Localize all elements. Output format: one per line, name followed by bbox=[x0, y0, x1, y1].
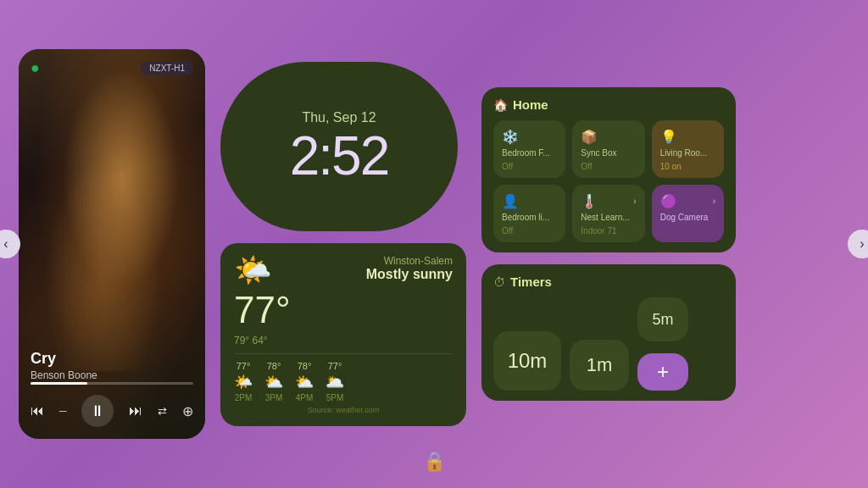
home-tile-4[interactable]: 🌡️ › Nest Learn... Indoor 71 bbox=[572, 185, 644, 242]
forecast-time-0: 2PM bbox=[235, 393, 253, 402]
forecast-item-1: 78° ⛅ 3PM bbox=[264, 361, 283, 402]
tile-chevron-4: › bbox=[633, 197, 636, 206]
center-column: Thu, Sep 12 2:52 🌤️ Winston-Salem Mostly… bbox=[220, 62, 466, 426]
weather-hi-lo: 79° 64° bbox=[234, 335, 453, 347]
tile-name-2: Living Roo... bbox=[660, 148, 715, 158]
forecast-icon-3: 🌥️ bbox=[326, 373, 344, 391]
weather-condition: Mostly sunny bbox=[366, 267, 453, 282]
weather-temp-main: 77° bbox=[234, 289, 453, 331]
left-chevron-icon: ‹ bbox=[3, 236, 8, 252]
tile-name-4: Nest Learn... bbox=[581, 213, 636, 223]
home-header: 🏠 Home bbox=[493, 97, 724, 112]
lock-icon: 🔒 bbox=[423, 451, 446, 473]
home-tile-0[interactable]: ❄️ Bedroom F... Off bbox=[493, 120, 565, 178]
timer-1m[interactable]: 1m bbox=[570, 340, 629, 391]
forecast-time-2: 4PM bbox=[296, 393, 314, 402]
clock-widget: Thu, Sep 12 2:52 bbox=[220, 62, 458, 231]
weather-header: 🌤️ Winston-Salem Mostly sunny bbox=[234, 255, 453, 286]
tile-icon-3: 👤 bbox=[502, 193, 519, 209]
forecast-temp-0: 77° bbox=[236, 361, 251, 371]
music-title: Cry bbox=[31, 350, 193, 368]
home-tile-2[interactable]: 💡 Living Roo... 10 on bbox=[652, 120, 724, 178]
home-widget: 🏠 Home ❄️ Bedroom F... Off 📦 Sync Box Of… bbox=[481, 87, 736, 252]
prev-button[interactable]: ⏮ bbox=[31, 403, 44, 419]
clock-date: Thu, Sep 12 bbox=[302, 110, 376, 125]
tile-icon-2: 💡 bbox=[660, 129, 677, 145]
forecast-icon-1: ⛅ bbox=[264, 373, 283, 391]
tile-name-3: Bedroom li... bbox=[502, 213, 557, 223]
timers-title: Timers bbox=[510, 274, 552, 289]
music-info: Cry Benson Boone bbox=[31, 350, 193, 381]
next-button[interactable]: ⏭ bbox=[129, 403, 142, 419]
tile-status-1: Off bbox=[581, 162, 636, 171]
tile-chevron-5: › bbox=[713, 197, 715, 206]
pause-button[interactable]: ⏸ bbox=[81, 395, 114, 427]
tile-status-2: 10 on bbox=[660, 162, 715, 171]
forecast-temp-3: 77° bbox=[328, 361, 342, 371]
timer-icon: ⏱ bbox=[493, 275, 505, 289]
forecast-item-3: 77° 🌥️ 5PM bbox=[326, 361, 344, 402]
music-artist: Benson Boone bbox=[31, 369, 193, 381]
spotify-icon: ● bbox=[31, 59, 40, 77]
tile-icon-1: 📦 bbox=[581, 129, 598, 145]
timers-widget: ⏱ Timers 10m 1m 5m + bbox=[481, 264, 736, 401]
weather-main-icon: 🌤️ bbox=[234, 255, 272, 286]
forecast-temp-1: 78° bbox=[267, 361, 281, 371]
timer-10m[interactable]: 10m bbox=[493, 331, 561, 391]
clock-time: 2:52 bbox=[290, 129, 389, 183]
tile-status-3: Off bbox=[502, 226, 557, 236]
right-nav-arrow[interactable]: › bbox=[848, 230, 868, 258]
home-tile-3[interactable]: 👤 Bedroom li... Off bbox=[493, 185, 565, 242]
timers-row: 10m 1m 5m + bbox=[493, 297, 724, 391]
skater-image bbox=[19, 75, 205, 371]
home-tile-1[interactable]: 📦 Sync Box Off bbox=[572, 120, 644, 178]
right-column: 🏠 Home ❄️ Bedroom F... Off 📦 Sync Box Of… bbox=[481, 87, 736, 401]
timer-5m[interactable]: 5m bbox=[637, 297, 688, 341]
weather-source: Source: weather.com bbox=[234, 406, 453, 414]
home-icon: 🏠 bbox=[493, 98, 508, 112]
tile-name-0: Bedroom F... bbox=[502, 148, 557, 158]
add-icon[interactable]: ⊕ bbox=[182, 403, 193, 419]
weather-location: Winston-Salem bbox=[366, 255, 453, 267]
timers-header: ⏱ Timers bbox=[493, 274, 724, 289]
progress-bar[interactable] bbox=[31, 382, 193, 385]
timers-right: 5m + bbox=[637, 297, 688, 391]
tile-icon-0: ❄️ bbox=[502, 129, 519, 145]
shuffle-icon[interactable]: ⇄ bbox=[158, 405, 167, 418]
seek-back-icon: ─ bbox=[59, 405, 67, 417]
tile-icon-5: 🟣 bbox=[660, 193, 677, 209]
tile-status-4: Indoor 71 bbox=[581, 226, 636, 236]
forecast-temp-2: 78° bbox=[298, 361, 312, 371]
weather-forecast: 77° 🌤️ 2PM 78° ⛅ 3PM 78° ⛅ 4PM 77° 🌥️ bbox=[234, 353, 453, 402]
music-widget: ● NZXT-H1 Cry Benson Boone ⏮ ─ ⏸ ⏭ ⇄ ⊕ bbox=[19, 49, 205, 439]
weather-widget: 🌤️ Winston-Salem Mostly sunny 77° 79° 64… bbox=[220, 243, 466, 426]
tile-icon-4: 🌡️ bbox=[581, 193, 598, 209]
home-title: Home bbox=[513, 97, 548, 112]
tile-name-1: Sync Box bbox=[581, 148, 636, 158]
controls-row: ⏮ ─ ⏸ ⏭ ⇄ ⊕ bbox=[31, 395, 193, 427]
timer-add-button[interactable]: + bbox=[637, 353, 688, 391]
forecast-item-0: 77° 🌤️ 2PM bbox=[234, 361, 253, 402]
right-chevron-icon: › bbox=[860, 236, 864, 252]
forecast-icon-0: 🌤️ bbox=[234, 373, 253, 391]
left-nav-arrow[interactable]: ‹ bbox=[0, 230, 20, 258]
music-header: ● NZXT-H1 bbox=[31, 59, 193, 77]
weather-location-block: Winston-Salem Mostly sunny bbox=[366, 255, 453, 282]
progress-fill bbox=[31, 382, 87, 385]
forecast-time-3: 5PM bbox=[326, 393, 344, 402]
music-controls: ⏮ ─ ⏸ ⏭ ⇄ ⊕ bbox=[31, 382, 193, 427]
forecast-icon-2: ⛅ bbox=[295, 373, 314, 391]
nzxt-device-badge: NZXT-H1 bbox=[141, 61, 193, 75]
home-tile-5[interactable]: 🟣 › Dog Camera bbox=[652, 185, 724, 242]
tile-status-0: Off bbox=[502, 162, 557, 171]
tile-name-5: Dog Camera bbox=[660, 213, 715, 223]
forecast-time-1: 3PM bbox=[265, 393, 283, 402]
forecast-item-2: 78° ⛅ 4PM bbox=[295, 361, 314, 402]
home-grid: ❄️ Bedroom F... Off 📦 Sync Box Off 💡 bbox=[493, 120, 724, 242]
